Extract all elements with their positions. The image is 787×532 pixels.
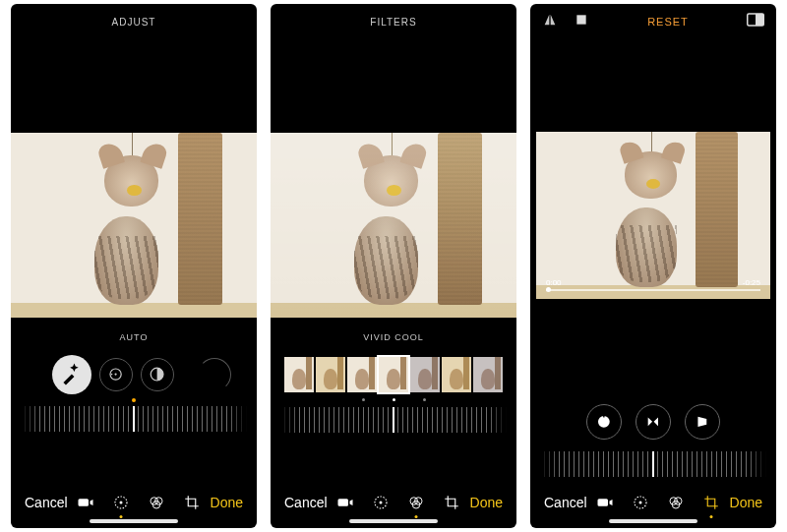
- auto-enhance-icon: [60, 363, 84, 386]
- aspect-ratio-button[interactable]: [747, 13, 764, 30]
- adjust-icon: [372, 494, 390, 511]
- flip-horizontal-icon: [644, 413, 662, 431]
- header-title: FILTERS: [271, 4, 516, 39]
- svg-rect-18: [603, 415, 604, 418]
- svg-rect-16: [756, 14, 763, 26]
- header-title: ADJUST: [11, 4, 257, 39]
- filter-caption: VIVID COOL: [271, 322, 516, 353]
- adjust-mode-button[interactable]: [112, 494, 130, 511]
- filter-thumb-vivid-warm[interactable]: [347, 357, 377, 392]
- adjust-caption: AUTO: [11, 322, 257, 353]
- perspective-button[interactable]: [685, 404, 720, 440]
- filters-icon: [407, 494, 425, 511]
- next-adjust-tool[interactable]: [198, 358, 231, 391]
- crop-mode-button[interactable]: [183, 494, 201, 511]
- adjust-mode-button[interactable]: [632, 494, 649, 511]
- flip-button[interactable]: [542, 12, 558, 31]
- video-mode-button[interactable]: [77, 494, 94, 511]
- home-indicator: [609, 519, 697, 523]
- adjust-icon: [112, 494, 130, 511]
- auto-enhance-button[interactable]: [52, 355, 91, 394]
- home-indicator: [90, 519, 178, 523]
- crop-mode-button[interactable]: [702, 494, 720, 511]
- photo-canvas[interactable]: [11, 133, 257, 318]
- video-icon: [336, 494, 354, 511]
- cancel-button[interactable]: Cancel: [544, 495, 587, 510]
- filter-thumb-vivid[interactable]: [316, 357, 345, 392]
- exposure-icon: [106, 365, 125, 384]
- rotate-button[interactable]: [574, 12, 589, 31]
- filter-thumb-dramatic[interactable]: [410, 357, 440, 392]
- svg-point-20: [639, 502, 642, 504]
- contrast-icon: [148, 365, 166, 384]
- cancel-button[interactable]: Cancel: [284, 495, 328, 510]
- straighten-slider[interactable]: [540, 451, 766, 477]
- done-button[interactable]: Done: [470, 495, 503, 510]
- cancel-button[interactable]: Cancel: [25, 495, 68, 510]
- home-indicator: [349, 519, 438, 523]
- crop-mode-button[interactable]: [443, 494, 460, 511]
- svg-point-2: [111, 374, 113, 376]
- exposure-button[interactable]: [99, 358, 133, 391]
- edit-screen-filters: FILTERS VIVID COOL Cancel: [271, 4, 516, 528]
- rotate-icon: [574, 12, 589, 28]
- mode-title: FILTERS: [370, 17, 416, 28]
- adjust-slider[interactable]: [21, 406, 247, 432]
- video-mode-button[interactable]: [336, 494, 354, 511]
- mode-switch: [77, 494, 201, 511]
- svg-point-5: [120, 502, 123, 504]
- edit-screen-crop: RESET 0:00 -0:25: [530, 4, 776, 528]
- photo-canvas[interactable]: [271, 133, 516, 318]
- contrast-button[interactable]: [141, 358, 174, 391]
- flip-icon: [542, 12, 558, 28]
- filters-mode-button[interactable]: [667, 494, 685, 511]
- ruler-marker-dot: [132, 398, 136, 402]
- adjust-mode-button[interactable]: [372, 494, 390, 511]
- filter-intensity-slider[interactable]: [280, 407, 507, 433]
- straighten-button[interactable]: [586, 404, 622, 440]
- svg-point-1: [115, 374, 117, 376]
- filters-icon: [148, 494, 165, 511]
- done-button[interactable]: Done: [211, 495, 243, 510]
- video-icon: [596, 494, 614, 511]
- flip-horizontal-button[interactable]: [636, 404, 671, 440]
- crop-icon: [702, 494, 720, 511]
- crop-icon: [443, 494, 460, 511]
- filter-thumbnail-strip[interactable]: [271, 353, 516, 400]
- svg-point-17: [598, 416, 610, 428]
- video-icon: [77, 494, 94, 511]
- video-time-labels: 0:00 -0:25: [546, 278, 760, 287]
- edit-screen-adjust: ADJUST AUTO: [11, 4, 257, 528]
- filter-thumb-vivid-cool[interactable]: [379, 357, 408, 392]
- mode-switch: [336, 494, 460, 511]
- adjust-tool-row: [11, 353, 257, 402]
- video-time-remaining: -0:25: [743, 278, 760, 287]
- reset-button[interactable]: RESET: [647, 16, 689, 28]
- filter-thumb-original[interactable]: [284, 357, 314, 392]
- video-time-current: 0:00: [546, 278, 562, 287]
- crop-topbar: RESET: [530, 4, 776, 39]
- adjust-icon: [632, 494, 649, 511]
- crop-canvas[interactable]: 0:00 -0:25: [530, 128, 776, 299]
- filters-mode-button[interactable]: [148, 494, 165, 511]
- done-button[interactable]: Done: [730, 495, 762, 510]
- filter-thumb-dramatic-warm[interactable]: [442, 357, 471, 392]
- filters-mode-button[interactable]: [407, 494, 425, 511]
- aspect-ratio-icon: [747, 13, 764, 27]
- video-scrubber[interactable]: [546, 289, 760, 291]
- mode-title: ADJUST: [112, 17, 156, 28]
- filters-icon: [667, 494, 685, 511]
- perspective-icon: [694, 413, 711, 431]
- svg-rect-14: [576, 15, 585, 24]
- straighten-icon: [595, 413, 613, 431]
- mode-switch: [596, 494, 720, 511]
- crop-icon: [183, 494, 201, 511]
- filter-thumb-dramatic-cool[interactable]: [473, 357, 503, 392]
- svg-point-10: [380, 502, 383, 504]
- video-mode-button[interactable]: [596, 494, 614, 511]
- crop-tool-row: [530, 392, 776, 447]
